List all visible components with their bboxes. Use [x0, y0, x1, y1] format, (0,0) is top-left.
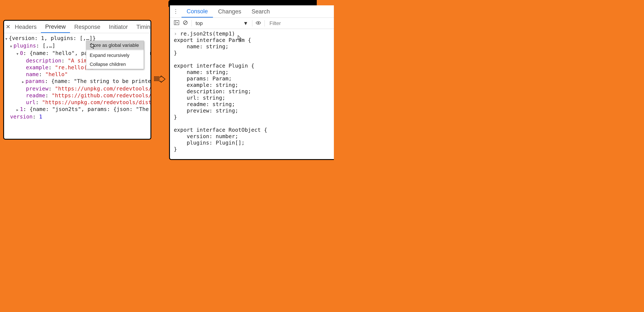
toggle-drawer-icon[interactable]: [172, 20, 180, 26]
json-key-preview: preview: [26, 85, 48, 92]
svg-point-4: [258, 22, 259, 23]
console-input-line: re.json2ts(temp1): [180, 30, 235, 37]
devtools-tabstrip: ⋮ Console Changes Search: [170, 5, 334, 18]
json-plugins[interactable]: [,…]: [42, 42, 55, 49]
json-key-example: example: [26, 64, 48, 71]
transition-arrow-icon: [154, 76, 165, 82]
tab-timing[interactable]: Timing: [132, 21, 151, 32]
json-key-readme: readme: [26, 92, 45, 99]
tab-changes[interactable]: Changes: [213, 6, 246, 17]
context-value: top: [196, 20, 203, 26]
menu-collapse-children[interactable]: Collapse children: [86, 60, 144, 69]
json-key-params[interactable]: params: [26, 78, 45, 84]
tab-response[interactable]: Response: [70, 21, 105, 32]
json-key-name: name: [26, 71, 39, 77]
tab-console[interactable]: Console: [182, 5, 213, 17]
network-tabstrip: ✕ Headers Preview Response Initiator Tim…: [4, 21, 150, 33]
context-menu: Store as global variable Expand recursiv…: [86, 41, 144, 69]
svg-rect-1: [174, 20, 176, 25]
network-preview-panel: ✕ Headers Preview Response Initiator Tim…: [3, 20, 151, 140]
clear-console-icon[interactable]: [181, 20, 189, 26]
json-item-0[interactable]: {name: "hello", para: [30, 50, 94, 56]
chevron-down-icon: ▼: [243, 20, 248, 26]
console-toolbar: top ▼: [170, 18, 334, 29]
context-selector[interactable]: top ▼: [194, 20, 250, 26]
kebab-menu-icon[interactable]: ⋮: [170, 8, 182, 15]
json-key-url: url: [26, 99, 36, 105]
tab-search[interactable]: Search: [246, 6, 275, 17]
menu-store-global[interactable]: Store as global variable: [86, 41, 144, 50]
tab-initiator[interactable]: Initiator: [105, 21, 132, 32]
live-expression-icon[interactable]: [254, 20, 262, 26]
tab-preview[interactable]: Preview: [41, 21, 70, 33]
json-item-1[interactable]: {name: "json2ts", params: {json: "The JS…: [30, 106, 151, 112]
json-key-version: version: [10, 114, 32, 120]
tab-headers[interactable]: Headers: [10, 21, 41, 32]
devtools-console-panel: ⋮ Console Changes Search top ▼ › re.json…: [169, 5, 334, 160]
json-key-description: description: [26, 57, 62, 64]
menu-expand-recursively[interactable]: Expand recursively: [86, 51, 144, 60]
json-root[interactable]: {version: 1, plugins: [,…]}: [9, 35, 96, 41]
close-icon[interactable]: ✕: [6, 23, 10, 30]
console-output-text: export interface Param { name: string; }…: [174, 37, 267, 152]
console-output[interactable]: › re.json2ts(temp1) export interface Par…: [170, 29, 334, 152]
prompt-icon: ›: [174, 30, 180, 37]
svg-line-3: [184, 21, 187, 24]
filter-input[interactable]: [267, 20, 334, 26]
